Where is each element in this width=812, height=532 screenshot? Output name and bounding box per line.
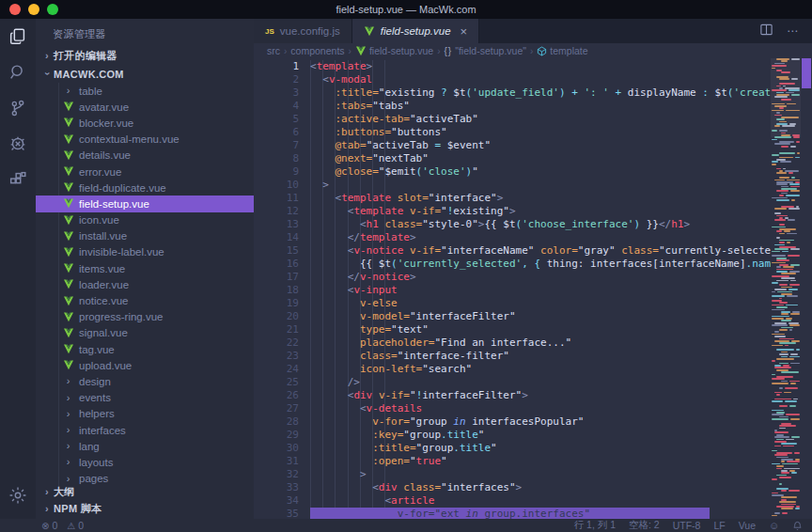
code-line-1[interactable]: <template> xyxy=(310,60,771,73)
minimap-line xyxy=(787,233,797,235)
code-line-5[interactable]: :active-tab="activeTab" xyxy=(310,113,771,126)
open-editors-section[interactable]: › 打开的编辑器 xyxy=(36,47,254,65)
tree-item-layouts[interactable]: ›layouts xyxy=(36,454,254,470)
tree-item-label: upload.vue xyxy=(79,360,132,371)
minimize-window-button[interactable] xyxy=(28,4,39,15)
code-line-10[interactable]: > xyxy=(310,179,771,192)
tree-item-tag-vue[interactable]: tag.vue xyxy=(36,341,254,357)
code-line-32[interactable]: > xyxy=(310,468,771,481)
tree-item-field-setup-vue[interactable]: field-setup.vue xyxy=(36,196,254,211)
notifications-bell-icon[interactable] xyxy=(792,521,803,531)
breadcrumb-item-3[interactable]: field-setup.vue xyxy=(355,45,433,56)
code-line-22[interactable]: placeholder="Find an interface..." xyxy=(310,336,771,350)
tab-field-setup-vue[interactable]: field-setup.vue× xyxy=(352,19,479,43)
tree-item-events[interactable]: ›events xyxy=(36,390,254,406)
breadcrumb-item-2[interactable]: components xyxy=(290,45,344,56)
code-line-34[interactable]: <article xyxy=(310,494,771,508)
close-tab-icon[interactable]: × xyxy=(461,25,468,38)
code-line-6[interactable]: :buttons="buttons" xyxy=(310,126,771,139)
code-line-13[interactable]: <h1 class="style-0">{{ $t('choose_interf… xyxy=(310,218,771,231)
tree-item-icon-vue[interactable]: icon.vue xyxy=(36,212,254,228)
tree-item-lang[interactable]: ›lang xyxy=(36,438,254,454)
code-line-25[interactable]: /> xyxy=(310,376,771,389)
code-line-18[interactable]: <v-input xyxy=(310,284,771,297)
feedback-smiley-icon[interactable]: ☺ xyxy=(769,521,779,531)
tree-item-interfaces[interactable]: ›interfaces xyxy=(36,422,254,438)
minimap[interactable] xyxy=(771,58,801,519)
status-encoding[interactable]: UTF-8 xyxy=(673,520,701,531)
code-line-30[interactable]: :title="group.title" xyxy=(310,442,771,455)
code-line-35[interactable]: v-for="ext in group.interfaces" xyxy=(310,508,771,519)
tree-item-notice-vue[interactable]: notice.vue xyxy=(36,292,254,308)
sidebar-section-大纲[interactable]: ›大纲 xyxy=(36,483,254,500)
code-line-12[interactable]: <template v-if="!existing"> xyxy=(310,205,771,218)
status-cursor-position[interactable]: 行 1, 列 1 xyxy=(574,519,616,532)
extensions-icon[interactable] xyxy=(0,162,36,197)
tree-item-error-vue[interactable]: error.vue xyxy=(36,164,254,180)
source-control-icon[interactable] xyxy=(0,90,36,126)
code-editor[interactable]: 1234567891011121314151617181920212223242… xyxy=(254,58,812,519)
breadcrumb-item-4[interactable]: {}"field-setup.vue" xyxy=(445,45,526,56)
workspace-root-section[interactable]: › MACWK.COM xyxy=(36,65,254,83)
code-line-3[interactable]: :title="existing ? $t('update_field') + … xyxy=(310,86,771,100)
code-line-11[interactable]: <template slot="interface"> xyxy=(310,192,771,205)
minimap-slider[interactable] xyxy=(771,58,801,137)
zoom-window-button[interactable] xyxy=(47,4,58,15)
tree-item-invisible-label-vue[interactable]: invisible-label.vue xyxy=(36,244,254,260)
code-line-4[interactable]: :tabs="tabs" xyxy=(310,100,771,113)
close-window-button[interactable] xyxy=(9,4,21,15)
scrollbar-thumb[interactable] xyxy=(802,58,811,88)
code-line-15[interactable]: <v-notice v-if="interfaceName" color="gr… xyxy=(310,244,771,258)
code-line-19[interactable]: v-else xyxy=(310,297,771,310)
code-line-27[interactable]: <v-details xyxy=(310,402,771,415)
code-line-20[interactable]: v-model="interfaceFilter" xyxy=(310,310,771,323)
status-language-mode[interactable]: Vue xyxy=(739,520,756,531)
tab-vue-config-js[interactable]: JSvue.config.js xyxy=(254,19,352,43)
code-line-29[interactable]: :key="group.title" xyxy=(310,429,771,442)
tree-item-details-vue[interactable]: details.vue xyxy=(36,148,254,164)
code-line-26[interactable]: <div v-if="!interfaceFilter"> xyxy=(310,389,771,402)
breadcrumb-item-1[interactable]: src xyxy=(267,45,280,56)
code-line-24[interactable]: icon-left="search" xyxy=(310,363,771,376)
editor-region: JSvue.config.jsfield-setup.vue× ⋯ src›co… xyxy=(254,19,812,519)
code-line-17[interactable]: </v-notice> xyxy=(310,271,771,284)
tree-item-upload-vue[interactable]: upload.vue xyxy=(36,357,254,373)
code-line-14[interactable]: </template> xyxy=(310,231,771,244)
tree-item-design[interactable]: ›design xyxy=(36,373,254,389)
debug-icon[interactable] xyxy=(0,126,36,162)
minimap-line xyxy=(779,425,796,427)
tree-item-items-vue[interactable]: items.vue xyxy=(36,260,254,276)
tree-item-helpers[interactable]: ›helpers xyxy=(36,406,254,422)
tree-item-avatar-vue[interactable]: avatar.vue xyxy=(36,99,254,115)
problems-warnings[interactable]: ⚠ 0 xyxy=(67,520,84,531)
code-line-33[interactable]: <div class="interfaces"> xyxy=(310,481,771,494)
status-eol[interactable]: LF xyxy=(713,520,725,531)
code-line-8[interactable]: @next="nextTab" xyxy=(310,152,771,165)
code-line-23[interactable]: class="interface-filter" xyxy=(310,350,771,363)
breadcrumb-item-5[interactable]: template xyxy=(537,45,587,56)
code-line-2[interactable]: <v-modal xyxy=(310,73,771,86)
tree-item-table[interactable]: ›table xyxy=(36,83,254,99)
tree-item-progress-ring-vue[interactable]: progress-ring.vue xyxy=(36,309,254,325)
code-line-9[interactable]: @close="$emit('close')" xyxy=(310,165,771,179)
more-actions-icon[interactable]: ⋯ xyxy=(787,24,799,38)
code-line-28[interactable]: v-for="group in interfacesPopular" xyxy=(310,415,771,429)
sidebar-section-NPM 脚本[interactable]: ›NPM 脚本 xyxy=(36,500,254,517)
tree-item-loader-vue[interactable]: loader.vue xyxy=(36,276,254,292)
code-line-21[interactable]: type="text" xyxy=(310,323,771,336)
search-icon[interactable] xyxy=(0,55,36,90)
code-line-16[interactable]: {{ $t('currently_selected', { thing: int… xyxy=(310,258,771,271)
split-editor-icon[interactable] xyxy=(759,23,773,40)
status-indentation[interactable]: 空格: 2 xyxy=(629,519,660,532)
code-line-31[interactable]: :open="true" xyxy=(310,455,771,468)
minimap-line xyxy=(776,465,784,467)
explorer-icon[interactable] xyxy=(0,19,36,55)
tree-item-field-duplicate-vue[interactable]: field-duplicate.vue xyxy=(36,180,254,196)
problems-errors[interactable]: ⊗ 0 xyxy=(41,520,57,531)
tree-item-signal-vue[interactable]: signal.vue xyxy=(36,325,254,341)
tree-item-install-vue[interactable]: install.vue xyxy=(36,228,254,244)
tree-item-contextual-menu-vue[interactable]: contextual-menu.vue xyxy=(36,132,254,148)
tree-item-blocker-vue[interactable]: blocker.vue xyxy=(36,115,254,131)
code-line-7[interactable]: @tab="activeTab = $event" xyxy=(310,139,771,152)
settings-gear-icon[interactable] xyxy=(0,477,36,513)
